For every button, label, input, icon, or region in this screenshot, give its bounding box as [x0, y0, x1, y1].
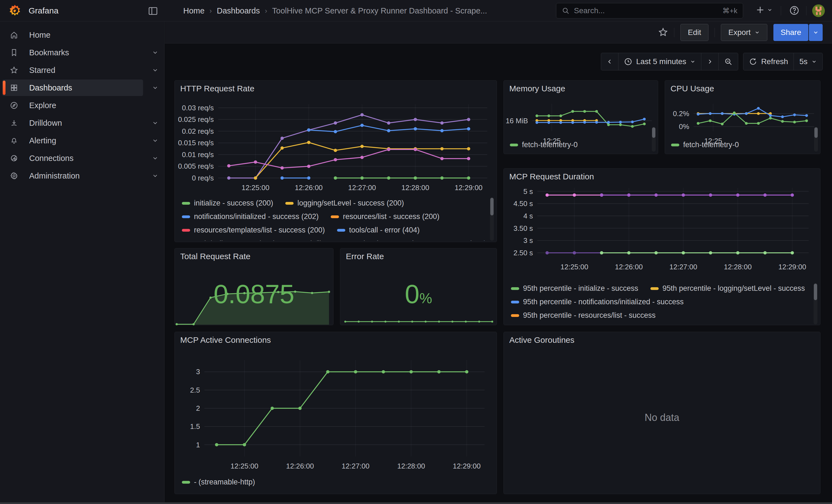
legend-label: resources/list - success (200): [343, 212, 439, 221]
legend-swatch: [182, 229, 190, 232]
chevron-down-icon[interactable]: [152, 173, 158, 179]
legend-item[interactable]: 95th percentile - notifications/initiali…: [511, 298, 684, 306]
http-request-rate-chart[interactable]: 12:25:0012:26:0012:27:0012:28:0012:29:00…: [175, 96, 497, 195]
legend-item[interactable]: initialize - success (200): [182, 199, 273, 207]
legend-scrollbar[interactable]: [814, 127, 818, 152]
add-button[interactable]: [755, 5, 773, 15]
chevron-down-icon[interactable]: [152, 49, 158, 56]
time-range-picker[interactable]: Last 5 minutes: [618, 53, 701, 70]
panel-title[interactable]: CPU Usage: [671, 84, 714, 93]
no-data-message: No data: [504, 412, 820, 423]
edit-button[interactable]: Edit: [680, 24, 708, 41]
chevron-left-icon: [607, 59, 613, 65]
legend-item[interactable]: resources/templates/list - success (200): [182, 226, 325, 234]
mcp-request-duration-chart[interactable]: 12:25:0012:26:0012:27:0012:28:0012:29:00…: [504, 184, 821, 283]
sidebar-toggle-icon[interactable]: [148, 5, 158, 17]
legend-item[interactable]: tools/call - error (404): [337, 226, 420, 234]
svg-text:0 req/s: 0 req/s: [192, 174, 214, 182]
legend-scrollbar[interactable]: [490, 197, 494, 241]
chevron-down-icon[interactable]: [152, 155, 158, 161]
legend-item[interactable]: logging/setLevel - success (200): [285, 199, 404, 207]
svg-text:16 MiB: 16 MiB: [506, 117, 528, 125]
panel-mcp-request-duration: MCP Request Duration 12:25:0012:26:0012:…: [503, 168, 821, 325]
legend-label: logging/setLevel - success (200): [297, 199, 404, 207]
sidebar-item-connections[interactable]: Connections: [0, 150, 164, 167]
legend-label: 95th percentile - logging/setLevel - suc…: [662, 284, 805, 293]
share-menu-button[interactable]: [809, 24, 823, 41]
legend-scrollbar[interactable]: [652, 127, 656, 152]
chevron-down-icon[interactable]: [152, 67, 158, 74]
sidebar-item-drilldown[interactable]: Drilldown: [0, 114, 164, 132]
zoom-out-icon: [724, 57, 732, 66]
panel-title[interactable]: HTTP Request Rate: [180, 84, 255, 93]
memory-usage-chart[interactable]: 12:2516 MiB: [504, 97, 658, 141]
svg-text:12:29:00: 12:29:00: [455, 184, 483, 192]
sidebar-item-home[interactable]: Home: [0, 26, 164, 44]
breadcrumb-dashboards[interactable]: Dashboards: [217, 6, 260, 16]
legend-item[interactable]: - (streamable-http): [182, 478, 255, 486]
legend-label: tools/list - success (200): [300, 239, 380, 241]
legend-item[interactable]: resources/list - success (200): [331, 212, 439, 221]
favorite-star-button[interactable]: [658, 27, 668, 38]
panel-http-request-rate: HTTP Request Rate 12:25:0012:26:0012:27:…: [175, 80, 497, 242]
svg-text:12:26:00: 12:26:00: [286, 462, 314, 470]
sidebar-item-administration[interactable]: Administration: [0, 167, 164, 185]
panel-title[interactable]: MCP Active Connections: [180, 335, 271, 345]
legend: fetch-telemetry-0: [510, 140, 647, 153]
chevron-down-icon[interactable]: [152, 137, 158, 144]
sidebar-item-dashboards[interactable]: Dashboards: [0, 79, 164, 97]
legend-item[interactable]: 95th percentile - initialize - success: [511, 284, 638, 293]
refresh-icon: [749, 57, 757, 66]
chevron-down-icon[interactable]: [152, 120, 158, 126]
breadcrumb-home[interactable]: Home: [183, 6, 204, 16]
chevron-down-icon: [813, 29, 819, 35]
divider: [806, 6, 806, 16]
svg-text:12:29:00: 12:29:00: [453, 462, 480, 470]
panel-title[interactable]: Active Goroutines: [509, 335, 574, 345]
panel-title[interactable]: Memory Usage: [509, 84, 565, 93]
drilldown-icon: [10, 119, 18, 127]
svg-text:1.5: 1.5: [190, 422, 200, 430]
legend-scrollbar[interactable]: [813, 283, 817, 324]
export-button[interactable]: Export: [721, 24, 768, 41]
grafana-logo-icon[interactable]: [8, 4, 22, 17]
zoom-out-button[interactable]: [718, 53, 738, 70]
time-back-button[interactable]: [601, 53, 618, 70]
search-input[interactable]: Search... ⌘+k: [556, 3, 743, 19]
legend-item[interactable]: unknown - success (200): [392, 239, 485, 241]
legend-item[interactable]: tools/list - success (200): [288, 239, 380, 241]
legend-item[interactable]: notifications/initialized - success (202…: [182, 212, 319, 221]
help-button[interactable]: [789, 5, 800, 16]
chevron-down-icon[interactable]: [152, 84, 158, 91]
chevron-down-icon: [754, 30, 760, 35]
legend-label: fetch-telemetry-0: [683, 140, 739, 149]
share-button[interactable]: Share: [773, 24, 808, 41]
svg-text:12:28:00: 12:28:00: [724, 263, 752, 271]
legend-item[interactable]: 95th percentile - resources/list - succe…: [511, 311, 656, 320]
refresh-button[interactable]: Refresh: [744, 53, 794, 70]
legend-item[interactable]: fetch-telemetry-0: [510, 140, 578, 149]
avatar[interactable]: [812, 4, 825, 18]
legend-row: - (streamable-http): [182, 478, 485, 486]
svg-text:3.50 s: 3.50 s: [513, 224, 533, 233]
legend-item[interactable]: fetch-telemetry-0: [671, 140, 739, 149]
time-forward-button[interactable]: [701, 53, 718, 70]
svg-text:12:27:00: 12:27:00: [348, 184, 376, 192]
sidebar-item-alerting[interactable]: Alerting: [0, 132, 164, 150]
cpu-usage-chart[interactable]: 12:250.2%0%: [665, 97, 821, 141]
sidebar-item-bookmarks[interactable]: Bookmarks: [0, 44, 164, 61]
legend-item[interactable]: 95th percentile - logging/setLevel - suc…: [650, 284, 805, 293]
mcp-active-connections-chart[interactable]: 12:25:0012:26:0012:27:0012:28:0012:29:00…: [175, 347, 497, 485]
panel-title[interactable]: MCP Request Duration: [509, 172, 594, 181]
refresh-interval-picker[interactable]: 5s: [794, 53, 822, 70]
legend-label: 95th percentile - initialize - success: [523, 284, 638, 293]
error-rate-sparkline: [341, 316, 496, 324]
panel-title[interactable]: Error Rate: [346, 252, 384, 261]
sidebar-item-starred[interactable]: Starred: [0, 61, 164, 79]
svg-text:1: 1: [196, 441, 200, 449]
legend-item[interactable]: tools/call - success (200): [182, 239, 276, 241]
refresh-group: Refresh 5s: [743, 53, 823, 71]
sidebar-item-explore[interactable]: Explore: [0, 97, 164, 114]
bottom-scrollbar[interactable]: [0, 502, 832, 504]
panel-title[interactable]: Total Request Rate: [180, 252, 250, 261]
